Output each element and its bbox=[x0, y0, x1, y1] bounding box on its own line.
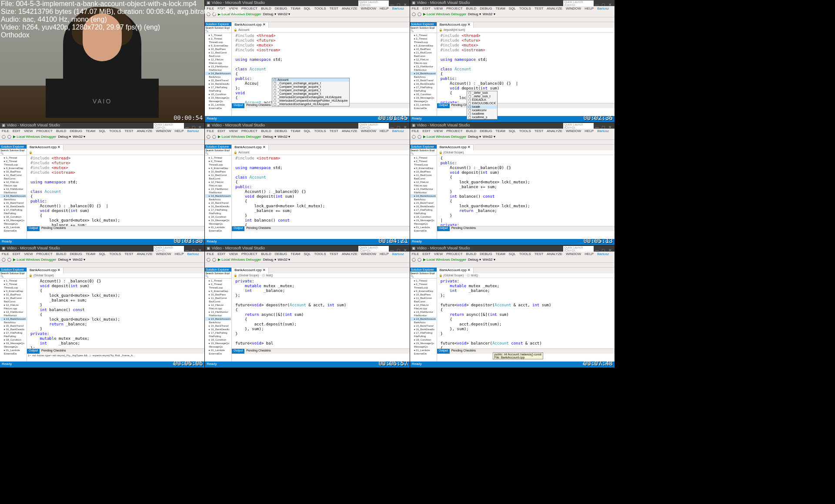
pending-checkins-tab[interactable]: Pending Checkins bbox=[40, 349, 67, 354]
menu-tools[interactable]: TOOLS bbox=[314, 7, 326, 11]
tree-item[interactable]: ExternalDe bbox=[411, 352, 436, 355]
tree-item[interactable]: BankAcco bbox=[0, 198, 26, 201]
search-input[interactable]: Search Solution Expl 🔍 bbox=[0, 149, 27, 156]
intellisense-item[interactable]: ▢ _InterlockedCompareExchange64_HLEAcqui… bbox=[272, 96, 349, 99]
intellisense-item[interactable]: ▢ localtime bbox=[467, 112, 497, 116]
tree-item[interactable]: ▸ 18_Condition bbox=[205, 93, 231, 96]
editor-tab[interactable]: BankAccount.cpp ✕ bbox=[232, 145, 268, 150]
tree-item[interactable]: ▸ 12_FileList bbox=[205, 180, 231, 184]
tree-item[interactable]: ▸ 17_FilePolling bbox=[0, 208, 26, 212]
tree-item[interactable]: FilePolling bbox=[205, 335, 231, 338]
intellisense-item[interactable]: ▢ EDEADLK bbox=[467, 98, 497, 102]
menu-help[interactable]: HELP bbox=[584, 7, 594, 11]
tree-item[interactable]: ▸ 2_Thread bbox=[411, 159, 436, 163]
tree-item[interactable]: ▸ 14_BankAccount bbox=[411, 194, 436, 198]
menu-file[interactable]: FILE bbox=[2, 252, 9, 256]
menu-build[interactable]: BUILD bbox=[56, 129, 67, 133]
tree-item[interactable]: ▸ 19_MessageQu bbox=[411, 342, 436, 345]
tree-item[interactable]: ▸ 2_Thread bbox=[205, 159, 231, 163]
tree-item[interactable]: ▸ 16_BankDeadlo bbox=[0, 328, 26, 331]
intellisense-item[interactable]: ▢ _defer_lock bbox=[467, 91, 497, 95]
tree-item[interactable]: BadConst bbox=[411, 300, 436, 303]
tree-item[interactable]: MessageQu bbox=[411, 345, 436, 348]
tree-item[interactable]: ▸ 17_FilePolling bbox=[205, 86, 231, 89]
menu-sql[interactable]: SQL bbox=[509, 252, 516, 256]
tree-item[interactable]: ▸ 16_BankDeadlo bbox=[411, 205, 436, 208]
menu-edit[interactable]: EDIT bbox=[423, 129, 431, 133]
scope-bar[interactable]: 🔒 deposit(int sum) bbox=[437, 28, 615, 33]
tree-item[interactable]: ▸ 12_FileList bbox=[205, 58, 231, 61]
pending-checkins-tab[interactable]: Pending Checkins bbox=[450, 226, 478, 231]
menu-project[interactable]: PROJECT bbox=[446, 252, 462, 256]
intellisense-item[interactable]: ▢ _Compare_exchange_acquire_t bbox=[272, 82, 349, 85]
user-name[interactable]: Bartosz Milewski bbox=[392, 7, 408, 11]
tree-item[interactable]: ▸ 15_BankTransf bbox=[205, 201, 231, 205]
intellisense-item[interactable]: ▢ localeconv bbox=[467, 109, 497, 112]
tree-item[interactable]: ThreadLoop bbox=[205, 163, 231, 166]
tree-item[interactable]: FileMonitor bbox=[205, 314, 231, 317]
tree-item[interactable]: ▸ 11_BadConst bbox=[411, 51, 436, 54]
tree-item[interactable]: ▸ 18_Condition bbox=[411, 93, 436, 96]
menu-analyze[interactable]: ANALYZE bbox=[547, 252, 562, 256]
tree-item[interactable]: BankAcco bbox=[411, 321, 436, 324]
quick-launch-input[interactable]: Quick Launch (Ctrl+Q) bbox=[358, 246, 389, 252]
output-tab[interactable]: Output bbox=[232, 226, 244, 231]
menu-window[interactable]: WINDOW bbox=[361, 7, 376, 11]
tree-item[interactable]: ▸ 15_BankTransf bbox=[0, 324, 26, 328]
tree-item[interactable]: ▸ 10_BadPass bbox=[411, 170, 436, 173]
tree-item[interactable]: ▸ 21_Lambda bbox=[411, 103, 436, 106]
tree-item[interactable]: FileList.cpp bbox=[411, 184, 436, 187]
menu-build[interactable]: BUILD bbox=[56, 252, 67, 256]
menu-window[interactable]: WINDOW bbox=[566, 7, 581, 11]
menu-team[interactable]: TEAM bbox=[291, 129, 300, 133]
tree-item[interactable]: ▸ 12_FileList bbox=[0, 180, 26, 184]
menu-build[interactable]: BUILD bbox=[466, 7, 477, 11]
output-tab[interactable]: Output bbox=[437, 226, 450, 231]
tree-item[interactable]: ▸ 11_BadConst bbox=[0, 173, 26, 177]
menu-view[interactable]: VIEW bbox=[24, 129, 33, 133]
nav-back-icon[interactable]: ◯ bbox=[2, 135, 6, 139]
tree-item[interactable]: BadConst bbox=[0, 177, 26, 180]
tree-item[interactable]: ▸ 11_BadConst bbox=[411, 296, 436, 300]
menu-sql[interactable]: SQL bbox=[509, 7, 516, 11]
nav-fwd-icon[interactable]: ◯ bbox=[212, 135, 216, 139]
menu-analyze[interactable]: ANALYZE bbox=[342, 252, 357, 256]
output-tab[interactable]: Output bbox=[27, 226, 40, 231]
menu-tools[interactable]: TOOLS bbox=[314, 129, 326, 133]
tree-item[interactable]: ▸ 10_BadPass bbox=[205, 170, 231, 173]
tree-item[interactable]: BankAcco bbox=[205, 321, 231, 324]
tree-item[interactable]: ▸ 12_FileList bbox=[411, 180, 436, 184]
tree-item[interactable]: ▸ 9_ExternalDep bbox=[205, 289, 231, 293]
code-editor[interactable]: #include <thread> #include <future> #inc… bbox=[27, 155, 204, 225]
nav-back-icon[interactable]: ◯ bbox=[412, 135, 416, 139]
tree-item[interactable]: ▸ 17_FilePolling bbox=[411, 331, 436, 335]
menu-analyze[interactable]: ANALYZE bbox=[547, 7, 562, 11]
platform-dropdown[interactable]: Win32 ▾ bbox=[278, 258, 291, 262]
nav-fwd-icon[interactable]: ◯ bbox=[418, 135, 421, 139]
nav-fwd-icon[interactable]: ◯ bbox=[7, 258, 11, 262]
quick-launch-input[interactable]: Quick Launch (Ctrl+Q) bbox=[563, 246, 594, 252]
tree-item[interactable]: ExternalDe bbox=[0, 352, 26, 355]
menu-view[interactable]: VIEW bbox=[229, 129, 237, 133]
menu-analyze[interactable]: ANALYZE bbox=[137, 252, 153, 256]
search-input[interactable]: Search Solution Expl 🔍 bbox=[0, 272, 27, 279]
menu-help[interactable]: HELP bbox=[584, 129, 594, 133]
menu-test[interactable]: TEST bbox=[330, 129, 338, 133]
tree-item[interactable]: ExternalDe bbox=[411, 229, 436, 232]
tree-item[interactable]: BankAcco bbox=[0, 321, 26, 324]
scope-bar[interactable]: 🔒 (Global Scope) · ⚪ test() bbox=[232, 273, 409, 278]
tree-item[interactable]: BadConst bbox=[411, 177, 436, 180]
tree-item[interactable]: FileList.cpp bbox=[0, 307, 26, 310]
pending-checkins-tab[interactable]: Pending Checkins bbox=[244, 349, 272, 354]
menu-build[interactable]: BUILD bbox=[261, 252, 271, 256]
menu-view[interactable]: VIEW bbox=[24, 252, 33, 256]
scope-bar[interactable]: 🔒 (Global Scope) · ⚪ test() bbox=[437, 273, 615, 278]
search-input[interactable]: Search Solution Expl 🔍 bbox=[410, 272, 437, 279]
search-input[interactable]: Search Solution Expl 🔍 bbox=[205, 272, 231, 279]
menu-project[interactable]: PROJECT bbox=[37, 129, 53, 133]
menu-view[interactable]: VIEW bbox=[434, 129, 443, 133]
tree-item[interactable]: ▸ 17_FilePolling bbox=[205, 208, 231, 212]
search-input[interactable]: Search Solution Expl 🔍 bbox=[410, 26, 437, 33]
tree-item[interactable]: ▸ 15_BankTransf bbox=[205, 324, 231, 328]
scope-bar[interactable]: 🔒 Account bbox=[232, 150, 409, 155]
